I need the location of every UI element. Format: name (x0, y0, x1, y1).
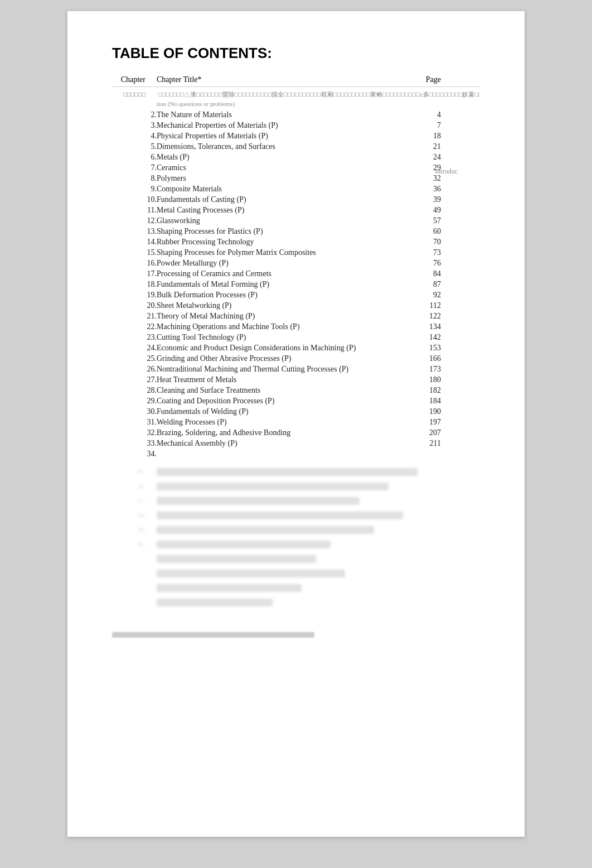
chapter-page: 49 (407, 205, 441, 215)
page-col-header: Page (407, 75, 441, 84)
table-row: 28.Cleaning and Surface Treatments182 (112, 385, 480, 396)
chapter-number: 16. (112, 258, 157, 268)
table-row: 12.Glassworking57 (112, 215, 480, 226)
chapter-number: 18. (112, 279, 157, 290)
chapter-title: Machining Operations and Machine Tools (… (157, 321, 407, 332)
page-title: TABLE OF CONTENTS: (112, 45, 480, 62)
chapter-title: Shaping Processes for Polymer Matrix Com… (157, 247, 407, 258)
table-row: 5.Dimensions, Tolerances, and Surfaces21 (112, 141, 480, 152)
chapter-title: Fundamentals of Casting (P) (157, 194, 407, 205)
chapter-number: 24. (112, 343, 157, 353)
chapter-page: 207 (407, 427, 441, 438)
table-row: 2.The Nature of Materials4 (112, 109, 480, 120)
intro-continuation: tion (No questions or problems) (157, 100, 480, 107)
chapter-page: 184 (407, 396, 441, 406)
chapter-number: 28. (112, 385, 157, 396)
chapter-title: Composite Materials (157, 184, 407, 194)
chapter-number: 17. (112, 268, 157, 279)
chapter-title: Sheet Metalworking (P) (157, 300, 407, 311)
chapter-number: 33. (112, 438, 157, 449)
chapter-number: 8. (112, 173, 157, 184)
table-row: 7.Ceramics29 (112, 162, 480, 173)
table-row: 18.Fundamentals of Metal Forming (P)87 (112, 279, 480, 290)
chapter-title: Cleaning and Surface Treatments (157, 385, 407, 396)
table-row: 6.Metals (P)24 (112, 152, 480, 162)
table-row: 25.Grinding and Other Abrasive Processes… (112, 353, 480, 364)
table-row: 19.Bulk Deformation Processes (P)92 (112, 290, 480, 300)
table-row: 8.Polymers32 (112, 173, 480, 184)
table-row: 27.Heat Treatment of Metals180 (112, 374, 480, 385)
chapter-title: Powder Metallurgy (P) (157, 258, 407, 268)
chapter-title: Bulk Deformation Processes (P) (157, 290, 407, 300)
table-row: 14.Rubber Processing Technology70 (112, 237, 480, 247)
chapter-page: 87 (407, 279, 441, 290)
page: TABLE OF CONTENTS: Chapter Chapter Title… (67, 11, 525, 837)
chapter-page: 4 (407, 109, 441, 120)
chapter-page: 122 (407, 311, 441, 321)
table-row: 22.Machining Operations and Machine Tool… (112, 321, 480, 332)
chapter-page: 166 (407, 353, 441, 364)
chapter-number: 12. (112, 215, 157, 226)
table-row: 24.Economic and Product Design Considera… (112, 343, 480, 353)
chapter-number: 10. (112, 194, 157, 205)
chapter-page: 197 (407, 417, 441, 427)
chapter-title: Brazing, Soldering, and Adhesive Bonding (157, 427, 407, 438)
chapter-number: 34. (112, 449, 157, 459)
chapter-page: 7 (407, 120, 441, 131)
chapter-page: 39 (407, 194, 441, 205)
chapter-page: 73 (407, 247, 441, 258)
chapter-number: 32. (112, 427, 157, 438)
chapter-title: Ceramics (157, 162, 407, 173)
chapter-page: 190 (407, 406, 441, 417)
chapter-number: 20. (112, 300, 157, 311)
chapter-page: 84 (407, 268, 441, 279)
chapter-title: Mechanical Properties of Materials (P) (157, 120, 407, 131)
chapter-title: Coating and Deposition Processes (P) (157, 396, 407, 406)
table-row: 26.Nontraditional Machining and Thermal … (112, 364, 480, 374)
table-row: 31.Welding Processes (P)197 (112, 417, 480, 427)
table-row: 30.Fundamentals of Welding (P)190 (112, 406, 480, 417)
chapter-number: 15. (112, 247, 157, 258)
table-row: 21.Theory of Metal Machining (P)122 (112, 311, 480, 321)
chapter-page: 142 (407, 332, 441, 343)
chapter-number: 7. (112, 162, 157, 173)
chapter-number: 30. (112, 406, 157, 417)
table-row: 4.Physical Properties of Materials (P)18 (112, 131, 480, 141)
chapter-page: 153 (407, 343, 441, 353)
chapter-title: Nontraditional Machining and Thermal Cut… (157, 364, 407, 374)
chapter-number: 27. (112, 374, 157, 385)
table-row: 15.Shaping Processes for Polymer Matrix … (112, 247, 480, 258)
chapter-number: 13. (112, 226, 157, 237)
chapter-number: 11. (112, 205, 157, 215)
chapter-page: 70 (407, 237, 441, 247)
chapter-number: 22. (112, 321, 157, 332)
chapter-page: 134 (407, 321, 441, 332)
chapter-title: Heat Treatment of Metals (157, 374, 407, 385)
chapter-title: Metal Casting Processes (P) (157, 205, 407, 215)
chapter-number: 25. (112, 353, 157, 364)
chapter-page: 182 (407, 385, 441, 396)
chapter-page: 60 (407, 226, 441, 237)
chapter-title: Glassworking (157, 215, 407, 226)
chapter-page: 24 (407, 152, 441, 162)
chapter-title: The Nature of Materials (157, 109, 407, 120)
chapter-title: Rubber Processing Technology (157, 237, 407, 247)
chapter-page: 211 (407, 438, 441, 449)
chapter-page: 76 (407, 258, 441, 268)
chapter-number: 21. (112, 311, 157, 321)
table-row: 9.Composite Materials36 (112, 184, 480, 194)
chapter-page: 92 (407, 290, 441, 300)
blurred-section: 35. 36. 37. 38. (112, 468, 480, 610)
chapter-number: 14. (112, 237, 157, 247)
table-row: 33.Mechanical Assembly (P)211 (112, 438, 480, 449)
table-row: 34. (112, 449, 480, 459)
chapter-number: 19. (112, 290, 157, 300)
chapter-page: 57 (407, 215, 441, 226)
chapter-number: 5. (112, 141, 157, 152)
table-row: 3.Mechanical Properties of Materials (P)… (112, 120, 480, 131)
chapter-page (407, 449, 441, 459)
chapter-number: 4. (112, 131, 157, 141)
table-row: 29.Coating and Deposition Processes (P)1… (112, 396, 480, 406)
chapter-title: Economic and Product Design Consideratio… (157, 343, 407, 353)
table-row: 32.Brazing, Soldering, and Adhesive Bond… (112, 427, 480, 438)
